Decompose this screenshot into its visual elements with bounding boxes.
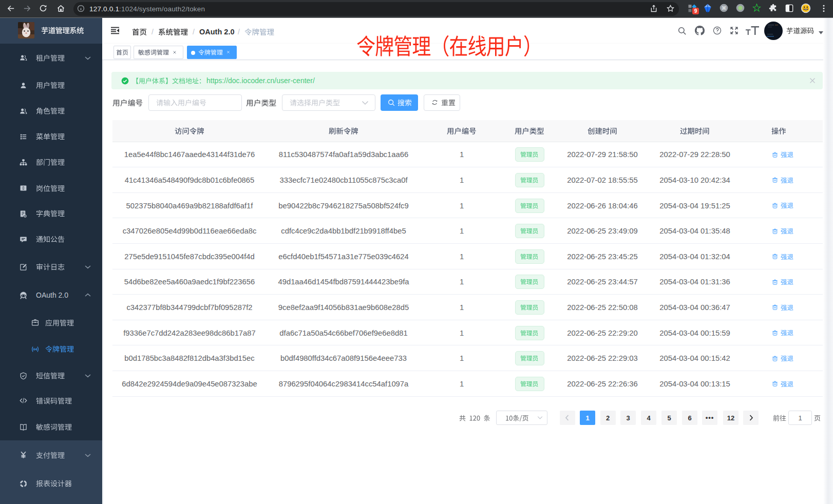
svg-text:⌘: ⌘ bbox=[722, 6, 726, 11]
